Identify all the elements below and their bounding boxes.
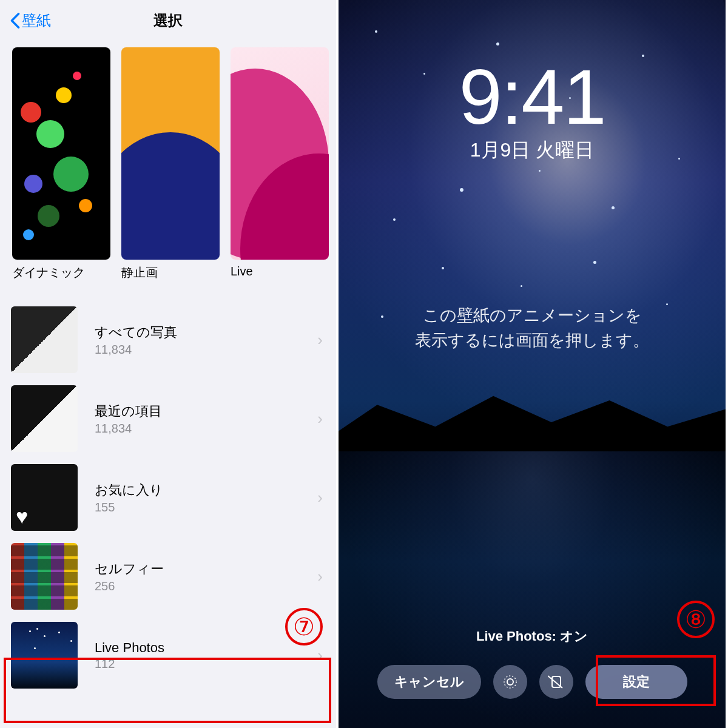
album-thumb	[11, 306, 78, 373]
instruction-line-1: この壁紙のアニメーションを	[423, 306, 642, 325]
album-title: 最近の項目	[95, 402, 325, 420]
album-row-favorites[interactable]: お気に入り 155 ›	[0, 458, 336, 537]
lock-screen-time: 9:41	[339, 52, 726, 141]
svg-point-0	[507, 679, 513, 685]
album-row-recents[interactable]: 最近の項目 11,834 ›	[0, 379, 336, 458]
wallpaper-categories: ダイナミック 静止画 Live	[0, 41, 336, 287]
back-button[interactable]: 壁紙	[10, 11, 51, 30]
live-photo-toggle-button[interactable]	[493, 665, 527, 699]
perspective-zoom-icon	[548, 673, 565, 690]
album-count: 11,834	[95, 343, 325, 357]
album-title: お気に入り	[95, 481, 325, 499]
category-thumb-live	[231, 47, 329, 260]
annotation-step-badge-7: ⑦	[285, 608, 323, 645]
category-label: Live	[231, 265, 329, 278]
chevron-right-icon: ›	[317, 488, 323, 507]
bottom-action-bar: キャンセル 設定	[339, 665, 726, 699]
chevron-left-icon	[10, 12, 21, 29]
category-still[interactable]: 静止画	[121, 47, 220, 281]
album-row-all-photos[interactable]: すべての写真 11,834 ›	[0, 300, 336, 379]
category-thumb-dynamic	[12, 47, 110, 260]
chevron-right-icon: ›	[317, 410, 323, 428]
page-title: 選択	[153, 11, 183, 30]
lock-screen-date: 1月9日 火曜日	[339, 137, 726, 164]
album-thumb	[11, 464, 78, 531]
album-count: 256	[95, 579, 325, 593]
set-label: 設定	[623, 673, 650, 691]
album-list: すべての写真 11,834 › 最近の項目 11,834 › お気に入り 155…	[0, 300, 336, 695]
live-photo-icon	[502, 673, 519, 690]
category-label: 静止画	[121, 265, 220, 281]
annotation-step-badge-8: ⑧	[677, 601, 715, 638]
category-label: ダイナミック	[12, 265, 110, 281]
category-thumb-still	[121, 47, 220, 260]
album-thumb	[11, 543, 78, 610]
instruction-text: この壁紙のアニメーションを 表示するには画面を押します。	[339, 303, 726, 352]
category-dynamic[interactable]: ダイナミック	[12, 47, 110, 281]
album-title: Live Photos	[95, 640, 325, 656]
chevron-right-icon: ›	[317, 646, 323, 665]
instruction-line-2: 表示するには画面を押します。	[415, 331, 649, 349]
album-count: 155	[95, 500, 325, 514]
back-label: 壁紙	[22, 11, 51, 30]
perspective-zoom-button[interactable]	[539, 665, 573, 699]
live-photos-status: Live Photos: オン	[339, 627, 726, 645]
album-count: 112	[95, 657, 325, 671]
wallpaper-preview-screen: 9:41 1月9日 火曜日 この壁紙のアニメーションを 表示するには画面を押しま…	[339, 0, 726, 728]
album-row-selfies[interactable]: セルフィー 256 ›	[0, 537, 336, 616]
album-count: 11,834	[95, 422, 325, 436]
album-title: セルフィー	[95, 560, 325, 578]
svg-point-1	[504, 676, 516, 688]
chevron-right-icon: ›	[317, 331, 323, 349]
cancel-label: キャンセル	[394, 673, 464, 691]
chevron-right-icon: ›	[317, 567, 323, 586]
wallpaper-chooser-screen: 壁紙 選択 ダイナミック 静止画 Live	[0, 0, 339, 728]
album-title: すべての写真	[95, 323, 325, 342]
cancel-button[interactable]: キャンセル	[377, 665, 481, 699]
nav-bar: 壁紙 選択	[0, 0, 336, 41]
album-thumb	[11, 622, 78, 689]
category-live[interactable]: Live	[231, 47, 329, 281]
set-button[interactable]: 設定	[585, 665, 687, 699]
album-thumb	[11, 385, 78, 452]
